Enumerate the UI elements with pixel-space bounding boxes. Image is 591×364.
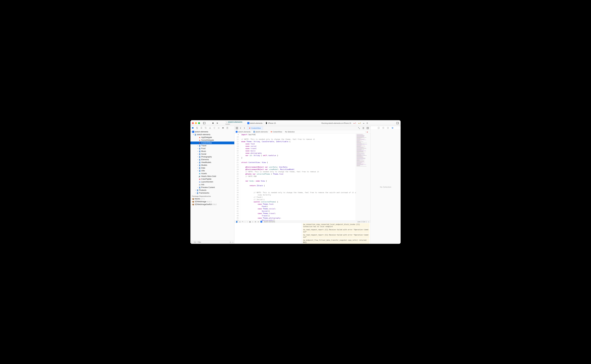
close-icon[interactable] [192,122,194,124]
file-tree[interactable]: ▾sketch-elements▾▇sketch-elements◆AppDel… [190,130,234,240]
tree-item-frameworks[interactable]: >▇Frameworks [190,192,234,194]
tree-item-elements[interactable]: >▇Elements [190,158,234,161]
tree-item-data[interactable]: >▇Data [190,167,234,169]
console-view[interactable]: nw_connection_copy_connected_local_endpo… [302,223,371,244]
svg-point-36 [392,128,393,129]
app-icon [247,122,250,124]
navigator-tabs [190,126,235,130]
debug-nav-icon[interactable] [218,127,220,129]
test-nav-icon[interactable] [213,127,216,129]
add-icon[interactable]: + [191,241,192,243]
navigator-filter-input[interactable] [198,241,229,243]
svg-rect-0 [203,122,205,124]
step-in-icon[interactable]: ↓ [245,221,245,223]
tree-item-assets[interactable]: ▣Assets [190,172,234,175]
adjust-editor-icon[interactable] [362,127,365,130]
variables-view[interactable] [235,223,302,244]
bookmark-nav-icon[interactable] [200,127,203,129]
file-inspector-icon[interactable] [378,127,380,129]
history-inspector-icon[interactable] [382,127,384,129]
tree-item-info[interactable]: ▤Info [190,183,234,186]
help-inspector-icon[interactable]: ? [387,127,389,129]
svg-rect-5 [396,122,399,124]
report-nav-icon[interactable] [226,127,228,129]
find-nav-icon[interactable] [205,127,207,129]
tree-item-travel[interactable]: >▇Travel [190,144,234,147]
back-icon[interactable] [239,127,242,130]
debug-panel-toggle-icon[interactable]: ▭ [368,221,369,223]
stop-button[interactable] [211,122,215,125]
tree-item-sdwebimageswiftui[interactable]: ›📦SDWebImageSwiftUI2.0.2 [190,203,234,206]
tree-item-models[interactable]: >▇Models [190,164,234,167]
add-tab-icon[interactable] [366,122,369,125]
tree-item-preview-content[interactable]: >▇Preview Content [190,186,234,189]
recent-filter-icon[interactable]: ◷ [230,241,231,243]
tree-item-music[interactable]: >▇Music [190,150,234,153]
svg-rect-17 [237,127,238,128]
jump-bar[interactable]: sketch-elements〉 ▇ sketch-elements〉 ◆ Co… [235,130,370,133]
error-badge[interactable]: ▲ 1 [353,122,356,124]
tree-item-photography[interactable]: >▇Photography [190,156,234,158]
tree-item-contentview[interactable]: ◆ContentView [190,142,234,144]
minimize-icon[interactable] [195,122,197,124]
project-nav-icon[interactable] [192,127,194,129]
cloud-icon[interactable]: ☁︎ [363,122,364,124]
code-editor[interactable]: 9101112131415161718192021222324252627282… [235,133,356,221]
scheme-selector[interactable]: ⌥ sketch-elements master [225,121,242,125]
library-icon[interactable] [396,122,399,125]
tree-item-sketch-elements[interactable]: ▾sketch-elements [190,130,234,133]
pause-icon[interactable]: ‖ [240,221,240,223]
zoom-icon[interactable] [198,122,200,124]
process-icon [260,221,262,223]
debug-view-icon[interactable]: ▣ [249,221,251,223]
warning-badge[interactable]: ▲ 1 [358,122,361,124]
environment-icon[interactable]: ⚙︎ [255,221,256,223]
run-button[interactable] [216,122,219,125]
step-out-icon[interactable]: ↑ [247,221,248,223]
tree-item-launchscreen[interactable]: ▤LaunchScreen [190,181,234,183]
minimap[interactable] [356,133,370,221]
tree-item-products[interactable]: >▇Products [190,189,234,192]
scheme-target[interactable]: sketch-elements 〉 📱 iPhone 15 [247,122,276,124]
swift-icon: ◆ [271,131,272,133]
memory-graph-icon[interactable]: ⎌ [252,221,253,223]
tree-item-scenedelegate[interactable]: ◆SceneDelegate [190,139,234,142]
add-editor-icon[interactable] [366,127,369,130]
filter-scope-icon[interactable]: ⚙︎▾ [193,241,197,243]
prev-issue-icon[interactable]: ‹ [365,131,366,133]
tree-item-appdelegate[interactable]: ◆AppDelegate [190,136,234,139]
location-icon[interactable]: ➤ [258,221,259,223]
compare-icon[interactable] [357,127,361,130]
breakpoint-toggle-icon[interactable]: ▐▶ [236,221,238,223]
issue-nav-icon[interactable] [209,127,211,129]
tree-item-social[interactable]: >▇Social [190,153,234,156]
tree-item-viewmodels[interactable]: >▇ViewModels [190,161,234,164]
svg-rect-27 [378,127,379,129]
issue-indicator-icon[interactable]: ▲ [366,131,368,133]
forward-icon[interactable] [243,127,246,130]
attributes-inspector-icon[interactable] [392,127,394,129]
svg-rect-7 [192,127,193,129]
cursor-position: Line: 1 Col: 1 [357,221,367,223]
scm-filter-icon[interactable]: ▭ [232,241,233,243]
tree-item-hearts-were-gold[interactable]: 🔊Hearts Were Gold [190,175,234,178]
tree-item-food[interactable]: >▇Food [190,147,234,150]
tree-item-colorpalette[interactable]: ▦ColorPalette [190,178,234,181]
next-issue-icon[interactable]: › [369,131,369,133]
breakpoint-nav-icon[interactable] [222,127,224,129]
folder-icon: ▇ [253,131,255,133]
process-name[interactable]: sketch-elements [264,221,275,223]
editor-tab[interactable]: ◆ ContentView [247,126,263,130]
tree-item-utils[interactable]: >▇Utils [190,169,234,172]
related-items-icon[interactable] [235,127,238,130]
step-over-icon[interactable]: ↷ [242,221,243,223]
log-line: nw_read_request_report [C1] Receive fail… [303,234,370,239]
source-control-nav-icon[interactable] [196,127,198,129]
editor-area: sketch-elements〉 ▇ sketch-elements〉 ◆ Co… [235,130,370,244]
tree-item-sdwebimage[interactable]: ›📦SDWebImage5.11.1 [190,200,234,203]
log-line: nw_read_request_report [C1] Receive fail… [303,228,370,233]
tree-item-sketch-elements[interactable]: ▾▇sketch-elements [190,133,234,136]
sidebar-toggle-icon[interactable] [203,122,206,125]
navigator: ▾sketch-elements▾▇sketch-elements◆AppDel… [190,130,235,244]
tree-item-mantis[interactable]: ›📦Mantis1.7.1 [190,197,234,200]
